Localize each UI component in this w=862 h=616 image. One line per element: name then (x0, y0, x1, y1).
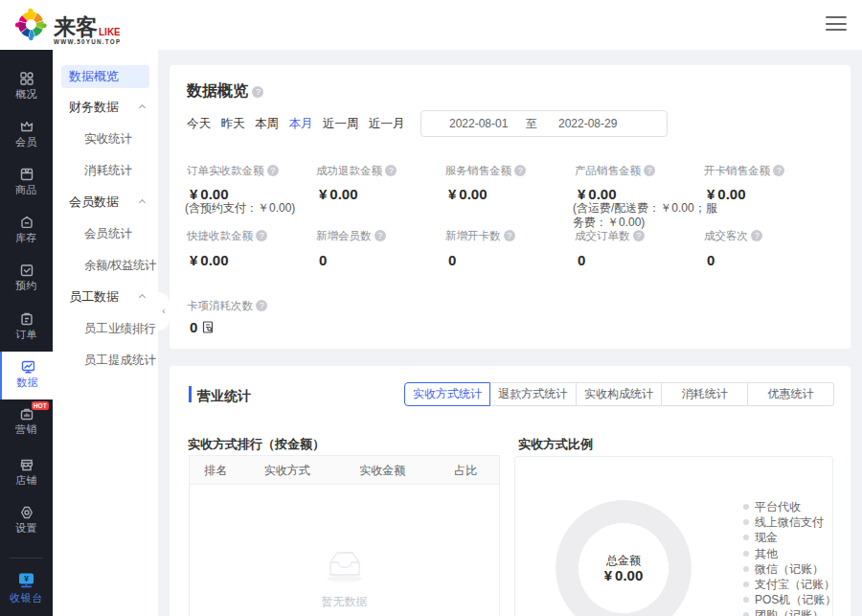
svg-text:WWW.50YUN.TOP: WWW.50YUN.TOP (54, 38, 120, 45)
svg-text:LIKE: LIKE (99, 27, 120, 37)
svg-text:¥: ¥ (24, 574, 29, 583)
svg-text:来客: 来客 (53, 14, 98, 39)
